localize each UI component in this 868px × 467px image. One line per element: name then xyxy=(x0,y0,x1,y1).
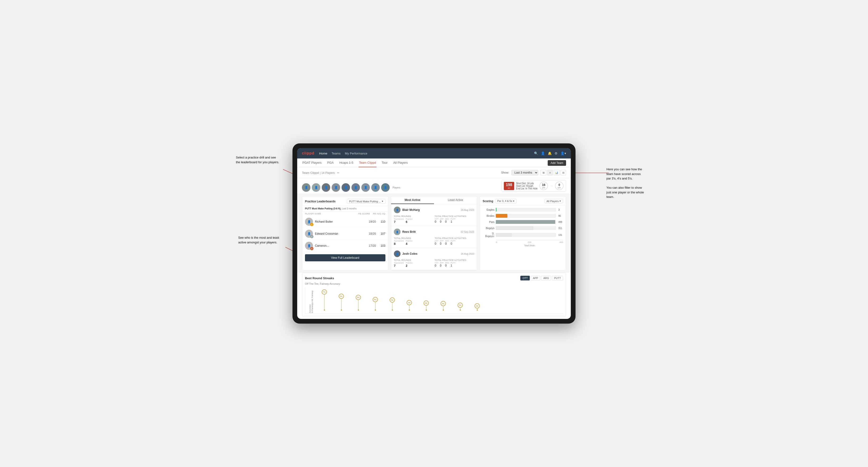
leaderboards-filter[interactable]: PUTT Must Make Putting ... ▾ xyxy=(347,199,385,204)
bar-fill-birdies xyxy=(496,214,507,218)
scorecard-score: 198 SC xyxy=(504,182,514,190)
avatar-5[interactable]: 👤 xyxy=(342,183,350,192)
bar-fill-dbogeys xyxy=(496,233,512,237)
rank-badge-2: 2 xyxy=(310,235,313,238)
streak-dot-9 xyxy=(460,309,461,311)
y-axis-label: % Fairways Hit, Fairway Accuracy xyxy=(305,287,317,313)
streak-marker-9: 3x xyxy=(458,303,463,311)
streak-line-2 xyxy=(341,299,342,309)
leaderboards-subtitle: PUTT Must Make Putting (3-6 ft), Last 3 … xyxy=(302,206,388,212)
axis-0: 0 xyxy=(496,241,518,243)
avatar-8[interactable]: 👤 xyxy=(371,183,380,192)
score-circle-16: 16 yds xyxy=(539,182,548,190)
axis-title: Total Shots xyxy=(483,243,563,247)
subnav-hcaps[interactable]: Hcaps 1-5 xyxy=(339,158,354,167)
bar-track-bogeys xyxy=(496,226,556,230)
scorecard-preview: 198 SC Shot Dist: 16 yds Start Lie: Roug… xyxy=(501,180,566,192)
avatar-6[interactable]: 👤 xyxy=(351,183,360,192)
view-list-icon[interactable]: ≡ xyxy=(547,170,553,176)
bar-label-eagles: Eagles xyxy=(483,208,494,211)
streaks-btn-ott[interactable]: OTT xyxy=(520,276,530,280)
streak-marker-10: 3x xyxy=(474,303,480,311)
chevron-down-icon: ▾ xyxy=(382,200,383,203)
avatar-2[interactable]: 👤 xyxy=(312,183,320,192)
player-card-name-3: Josh Coles xyxy=(402,252,459,255)
player-score-1: 19/20 xyxy=(369,220,376,223)
subnav-pgat[interactable]: PGAT Players xyxy=(302,158,322,167)
avatar-1[interactable]: 👤 xyxy=(302,183,310,192)
practice-leaderboards-panel: Practice Leaderboards PUTT Must Make Put… xyxy=(302,196,389,270)
view-chart-icon[interactable]: 📊 xyxy=(554,170,559,176)
tab-least-active[interactable]: Least Active xyxy=(434,196,477,204)
settings-icon[interactable]: ⚙ xyxy=(555,151,558,155)
scorecard-circles: 16 yds → 0 yds xyxy=(539,182,563,190)
person-icon[interactable]: 👤 xyxy=(541,151,545,155)
streak-dot-4 xyxy=(375,309,376,311)
nav-teams[interactable]: Teams xyxy=(332,151,341,156)
stat-practice-activities-3: Total Practice Activities OTT 0 APP 0 xyxy=(435,259,474,268)
streak-dot-3 xyxy=(358,309,359,311)
player-score-3: 17/20 xyxy=(369,244,376,247)
scoring-title: Scoring xyxy=(483,199,493,203)
player-stats-1: Total Rounds Tournament 7 Practice 6 xyxy=(394,215,474,224)
player-sm-avatar-2: 👤 xyxy=(394,228,401,235)
avatar-3[interactable]: 👤 xyxy=(322,183,330,192)
streaks-btn-putt[interactable]: PUTT xyxy=(552,276,563,280)
player-date-1: 26 Aug 2023 xyxy=(461,209,474,211)
subnav-all-players[interactable]: All Players xyxy=(393,158,408,167)
streak-dot-5 xyxy=(392,309,393,311)
streak-marker-4: 5x xyxy=(373,297,378,311)
add-team-button[interactable]: Add Team xyxy=(548,160,566,166)
bar-label-birdies: Birdies xyxy=(483,214,494,217)
streak-marker-6: 4x xyxy=(407,300,412,311)
streak-circle-8: 4x xyxy=(441,301,446,306)
streak-dot-10 xyxy=(477,309,478,311)
player-sm-avatar-1: 👤 xyxy=(394,207,401,213)
show-select[interactable]: Last 3 months Last 6 months Last year xyxy=(512,170,538,176)
nav-links: Home Teams My Performance xyxy=(319,151,529,156)
player-card-name-2: Rees Britt xyxy=(402,230,459,234)
player-name-3: Cameron... xyxy=(315,244,367,247)
bar-pars: Pars 499 xyxy=(483,220,563,224)
par-filter[interactable]: Par 3, 4 & 5s ▾ xyxy=(495,199,517,203)
annotation-2: See who is the most and least active amo… xyxy=(238,236,279,245)
main-content: Practice Leaderboards PUTT Must Make Put… xyxy=(297,194,571,273)
streak-line-3 xyxy=(358,300,359,310)
subnav-tour[interactable]: Tour xyxy=(381,158,388,167)
streak-circle-9: 3x xyxy=(458,303,463,308)
streak-circle-5: 5x xyxy=(390,298,395,303)
streak-marker-8: 4x xyxy=(441,301,446,311)
bar-chart: Eagles 3 Birdies 96 xyxy=(480,206,566,249)
avatar-7[interactable]: 👤 xyxy=(361,183,370,192)
tab-most-active[interactable]: Most Active xyxy=(391,196,434,204)
streaks-btn-arg[interactable]: ARG xyxy=(541,276,551,280)
view-full-leaderboard-button[interactable]: View Full Leaderboard xyxy=(305,254,385,261)
view-grid-icon[interactable]: ⊞ xyxy=(540,170,546,176)
team-controls: Show: Last 3 months Last 6 months Last y… xyxy=(501,170,566,176)
streak-line-1 xyxy=(324,294,324,309)
search-icon[interactable]: 🔍 xyxy=(534,151,538,155)
bar-birdies: Birdies 96 xyxy=(483,214,563,218)
nav-icons: 🔍 👤 🔔 ⚙ 👤▾ xyxy=(534,151,566,155)
nav-home[interactable]: Home xyxy=(319,151,328,156)
subnav-team-clippd[interactable]: Team Clippd xyxy=(359,158,376,167)
par-chevron-icon: ▾ xyxy=(513,199,515,203)
streak-markers: 7x 6x 6x xyxy=(322,289,480,311)
subnav-pga[interactable]: PGA xyxy=(327,158,334,167)
team-header: Team Clippd | 14 Players ✏ Show: Last 3 … xyxy=(297,167,571,178)
bar-label-bogeys: Bogeys xyxy=(483,227,494,229)
streak-line-8 xyxy=(443,306,443,309)
team-name: Team Clippd | 14 Players ✏ xyxy=(302,171,339,175)
bar-bogeys: Bogeys 311 xyxy=(483,226,563,230)
avatar-9[interactable]: 👤 xyxy=(381,183,390,192)
avatar-4[interactable]: 👤 xyxy=(332,183,340,192)
view-filter-icon[interactable]: ⊟ xyxy=(560,170,566,176)
player-filter[interactable]: All Players ▾ xyxy=(545,199,563,203)
nav-my-performance[interactable]: My Performance xyxy=(345,151,367,156)
bell-icon[interactable]: 🔔 xyxy=(548,151,552,155)
streaks-btn-app[interactable]: APP xyxy=(531,276,540,280)
user-avatar-icon[interactable]: 👤▾ xyxy=(560,151,566,155)
player-date-2: 02 Sep 2023 xyxy=(461,231,474,233)
most-active-panel: Most Active Least Active 👤 Blair McHarg … xyxy=(391,196,477,270)
edit-team-icon[interactable]: ✏ xyxy=(337,171,339,175)
